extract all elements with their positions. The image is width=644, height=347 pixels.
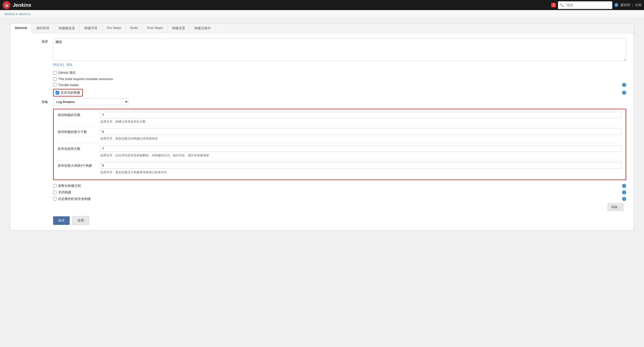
discard-checkbox[interactable] <box>56 91 59 94</box>
artifact-days-label: 发布包保留天数 <box>58 147 98 151</box>
apply-button[interactable]: 应用 <box>72 216 89 225</box>
tab-build-settings[interactable]: 构建设置 <box>168 23 190 33</box>
description-textarea[interactable]: 测试 <box>53 38 626 61</box>
plain-text-link[interactable]: [纯文本] <box>53 63 64 66</box>
tab-pre-steps[interactable]: Pre Steps <box>102 23 126 33</box>
concurrent-build-row: 在必要的时候并发构建 ? <box>18 197 626 201</box>
artifact-days-input[interactable] <box>100 146 622 152</box>
discard-help-icon[interactable]: ? <box>622 91 626 95</box>
lockable-checkbox[interactable] <box>53 77 57 81</box>
strategy-label: 策略 <box>18 100 48 104</box>
tab-triggers[interactable]: 构建触发器 <box>54 23 80 33</box>
close-build-row: 关闭构建 ? <box>18 190 626 195</box>
breadcrumb-sep-1: ▶ <box>16 13 18 15</box>
artifact-max-label: 发布包最大保留#个构建 <box>58 163 98 168</box>
header-username[interactable]: 聂锐明 <box>620 3 630 7</box>
close-build-help-icon[interactable]: ? <box>622 190 626 194</box>
divider-1 <box>58 126 622 127</box>
header-separator: | <box>632 3 633 7</box>
github-row: GitHub 项目 <box>18 71 626 75</box>
throttle-checkbox[interactable] <box>53 83 57 87</box>
artifact-max-input-wrap <box>100 162 622 169</box>
discard-highlighted-box: 丢弃旧的构建 <box>53 89 83 96</box>
tab-environment[interactable]: 构建环境 <box>80 23 102 33</box>
throttle-help-icon[interactable]: ? <box>622 83 626 87</box>
form-content: 描述 测试 [纯文本] 预览 GitHub 项目 <box>10 33 634 230</box>
param-build-checkbox[interactable] <box>53 184 57 188</box>
keep-max-label: 保持构建的最大个数 <box>58 130 98 134</box>
artifact-days-input-wrap <box>100 146 622 152</box>
breadcrumb-demo[interactable]: demo <box>19 12 27 16</box>
throttle-row: Throttle builds ? <box>18 83 626 87</box>
github-label: GitHub 项目 <box>58 71 76 75</box>
lockable-checkbox-area: This build requires lockable resources <box>18 77 113 81</box>
artifact-max-input[interactable] <box>100 162 622 169</box>
log-rotation-section: 保持构建的天数 如果非空，构建记录将保存此天数 保持构建的最大个数 <box>53 109 626 180</box>
log-rotation-inner: 保持构建的天数 如果非空，构建记录将保存此天数 保持构建的最大个数 <box>54 109 626 180</box>
notification-badge[interactable]: 1 <box>551 3 556 7</box>
tab-build[interactable]: Build <box>126 23 143 33</box>
artifact-max-row: 发布包最大保留#个构建 <box>58 162 622 169</box>
keep-days-input[interactable] <box>100 112 622 118</box>
keep-max-input[interactable] <box>100 129 622 135</box>
discard-left: 丢弃旧的构建 <box>18 89 83 96</box>
search-box[interactable]: 🔍 <box>558 1 612 9</box>
description-row: 描述 测试 [纯文本] 预览 <box>18 38 626 67</box>
concurrent-build-help-icon[interactable]: ? <box>622 197 626 201</box>
github-checkbox-area: GitHub 项目 <box>18 71 76 75</box>
strategy-select[interactable]: Log Rotation <box>53 98 129 105</box>
lockable-row: This build requires lockable resources <box>18 77 626 81</box>
keep-days-hint: 如果非空，构建记录将保存此天数 <box>100 120 622 124</box>
tabs-bar: General 源码管理 构建触发器 构建环境 Pre Steps Build … <box>10 23 634 33</box>
concurrent-build-area: 在必要的时候并发构建 <box>18 197 91 201</box>
close-build-label: 关闭构建 <box>58 190 71 195</box>
buttons-row: 保存 应用 <box>18 216 626 225</box>
textarea-links: [纯文本] 预览 <box>53 63 626 67</box>
lockable-label: This build requires lockable resources <box>58 77 113 81</box>
tab-post-build[interactable]: 构建后操作 <box>190 23 216 33</box>
search-icon: 🔍 <box>560 3 564 7</box>
keep-days-label: 保持构建的天数 <box>58 113 98 117</box>
strategy-row: 策略 Log Rotation <box>18 98 626 105</box>
header-title: Jenkins <box>13 2 31 8</box>
header-help-icon[interactable]: ? <box>614 3 618 7</box>
keep-max-row: 保持构建的最大个数 <box>58 129 622 135</box>
discard-label: 丢弃旧的构建 <box>61 90 80 95</box>
throttle-label: Throttle builds <box>58 83 79 87</box>
divider-2 <box>58 143 622 144</box>
artifact-days-hint: 如果非空，比此早的发布包将被删除，但构建的日志、操作历史、报告等将被保留 <box>100 153 622 158</box>
tab-general[interactable]: General <box>10 23 32 33</box>
breadcrumb-sep-2: ▶ <box>28 13 30 15</box>
header: 🤖 Jenkins 1 🔍 ? 聂锐明 | 注销 <box>0 0 644 10</box>
param-build-help-icon[interactable]: ? <box>622 184 626 188</box>
concurrent-build-label: 在必要的时候并发构建 <box>58 197 91 201</box>
close-build-area: 关闭构建 <box>18 190 71 195</box>
save-button[interactable]: 保存 <box>53 216 70 225</box>
tabs-container: General 源码管理 构建触发器 构建环境 Pre Steps Build … <box>10 23 634 230</box>
concurrent-build-checkbox[interactable] <box>53 197 57 201</box>
jenkins-icon: 🤖 <box>3 1 11 9</box>
advanced-button[interactable]: 高级... <box>608 203 624 211</box>
throttle-checkbox-area: Throttle builds <box>18 83 79 87</box>
tab-source[interactable]: 源码管理 <box>32 23 54 33</box>
description-control: 测试 [纯文本] 预览 <box>53 38 626 67</box>
breadcrumb: Jenkins ▶ demo ▶ <box>0 10 644 18</box>
breadcrumb-jenkins[interactable]: Jenkins <box>4 12 15 16</box>
keep-max-input-wrap <box>100 129 622 135</box>
keep-max-hint: 如果非空，最多此数目的构建记录将被保存 <box>100 136 622 141</box>
tab-post-steps[interactable]: Post Steps <box>142 23 168 33</box>
artifact-days-row: 发布包保留天数 <box>58 146 622 152</box>
github-checkbox[interactable] <box>53 71 57 75</box>
search-input[interactable] <box>565 2 611 8</box>
param-build-label: 参数化构建过程 <box>58 184 81 188</box>
param-build-row: 参数化构建过程 ? <box>18 184 626 188</box>
header-right: 1 🔍 ? 聂锐明 | 注销 <box>551 1 641 9</box>
header-logout[interactable]: 注销 <box>635 3 641 7</box>
keep-days-input-wrap <box>100 112 622 118</box>
preview-link[interactable]: 预览 <box>66 63 72 66</box>
divider-3 <box>58 160 622 160</box>
description-label: 描述 <box>18 38 48 44</box>
keep-days-row: 保持构建的天数 <box>58 112 622 118</box>
close-build-checkbox[interactable] <box>53 191 57 194</box>
discard-row: 丢弃旧的构建 ? <box>18 89 626 96</box>
